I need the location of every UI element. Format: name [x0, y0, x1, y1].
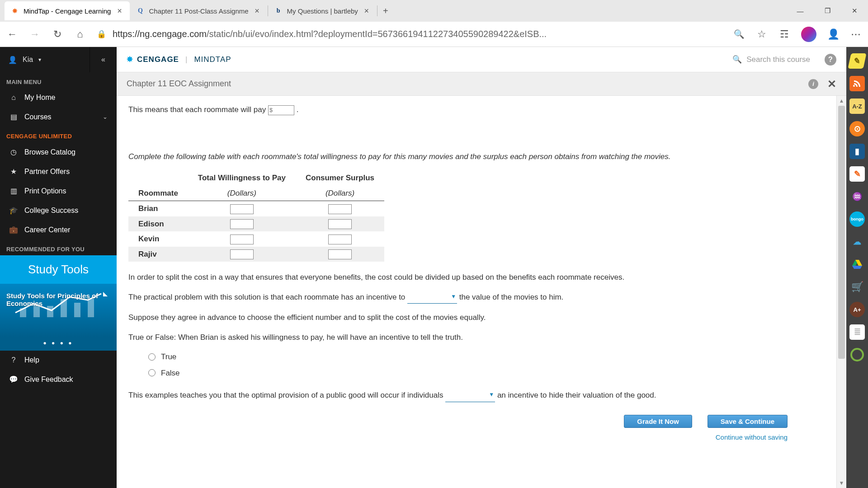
wtp-input-brian[interactable] [230, 204, 254, 214]
scroll-down-icon[interactable]: ▼ [837, 478, 846, 488]
pay-input[interactable] [268, 105, 294, 115]
aplus-icon[interactable]: A+ [849, 302, 865, 317]
section-recommended: RECOMMENDED FOR YOU [0, 239, 117, 255]
orange-circle-icon[interactable]: ⊙ [849, 121, 865, 136]
collapse-sidebar-button[interactable]: « [90, 47, 117, 72]
continue-without-saving-link[interactable]: Continue without saving [128, 432, 806, 443]
table-instructions: Complete the following table with each r… [128, 151, 806, 163]
forward-button[interactable]: → [29, 28, 41, 40]
glossary-icon[interactable]: A-Z [849, 99, 865, 114]
surplus-input-edison[interactable] [328, 219, 352, 229]
radio-true-row[interactable]: True [148, 351, 806, 363]
surplus-input-kevin[interactable] [328, 235, 352, 244]
svg-rect-2 [47, 306, 53, 317]
help-button[interactable]: ? [825, 54, 836, 66]
sidebar-item-feedback[interactable]: 💬 Give Feedback [0, 370, 117, 389]
wtp-input-kevin[interactable] [230, 235, 254, 244]
carousel-dots[interactable]: ● ● ● ● [0, 337, 117, 351]
sidebar-item-browse[interactable]: ◷ Browse Catalog [0, 142, 117, 162]
wtp-input-edison[interactable] [230, 219, 254, 229]
brand-bar: ✸ CENGAGE | MINDTAP 🔍 Search this course… [117, 47, 846, 72]
sidebar-item-home[interactable]: ⌂ My Home [0, 88, 117, 107]
sidebar-item-print[interactable]: ▥ Print Options [0, 181, 117, 201]
cart-icon[interactable]: 🛒 [849, 279, 865, 295]
profile-avatar[interactable] [801, 27, 816, 42]
text: This examples teaches you that the optim… [128, 391, 445, 399]
col-header-surplus: Consumer Surplus [296, 170, 384, 186]
surplus-input-rajiv[interactable] [328, 249, 352, 259]
close-icon[interactable]: × [363, 7, 371, 15]
text: an incentive to hide their valuation of … [497, 391, 656, 399]
radio-false[interactable] [148, 369, 156, 376]
minimize-button[interactable]: — [787, 2, 814, 20]
textbook-icon[interactable]: ▮ [849, 144, 865, 159]
account-icon[interactable]: 👤 [827, 28, 839, 40]
home-icon: ⌂ [9, 94, 18, 102]
notes-icon[interactable]: ✎ [849, 166, 865, 182]
maximize-button[interactable]: ❐ [814, 2, 841, 20]
tab-chapter11[interactable]: Q Chapter 11 Post-Class Assignme × [130, 1, 267, 20]
text: The practical problem with this solution… [128, 293, 407, 301]
info-button[interactable]: i [808, 79, 818, 89]
sidebar-item-help[interactable]: ? Help [0, 351, 117, 370]
user-menu[interactable]: 👤 Kia ▾ [0, 47, 90, 72]
notepad-icon[interactable]: ≣ [849, 324, 865, 340]
radio-true[interactable] [148, 353, 156, 361]
sidebar-item-partner[interactable]: ★ Partner Offers [0, 162, 117, 181]
sidebar-item-courses[interactable]: ▤ Courses ⌄ [0, 107, 117, 127]
radio-label: True [161, 351, 176, 363]
browser-chrome: ✸ MindTap - Cengage Learning × Q Chapter… [0, 0, 868, 47]
highlighter-icon[interactable]: ✎ [848, 53, 866, 69]
home-button[interactable]: ⌂ [74, 28, 86, 40]
radio-label: False [161, 367, 180, 379]
rss-icon[interactable] [849, 76, 865, 91]
table-row: Kevin [128, 231, 384, 247]
dropdown-incentive[interactable]: ▼ [407, 291, 457, 304]
scroll-up-icon[interactable]: ▲ [837, 96, 846, 106]
sidebar: 👤 Kia ▾ « MAIN MENU ⌂ My Home ▤ Courses … [0, 47, 117, 488]
sidebar-item-career[interactable]: 💼 Career Center [0, 220, 117, 239]
close-icon[interactable]: × [253, 7, 261, 15]
col-header-roommate: Roommate [128, 186, 188, 201]
radio-false-row[interactable]: False [148, 367, 806, 379]
zoom-search-icon[interactable]: 🔍 [733, 28, 745, 40]
vertical-scrollbar[interactable]: ▲ ▼ [836, 96, 846, 488]
search-course[interactable]: 🔍 Search this course [732, 55, 810, 64]
sidebar-item-label: Browse Catalog [24, 148, 75, 156]
new-tab-button[interactable]: + [377, 6, 394, 16]
close-window-button[interactable]: ✕ [841, 2, 868, 20]
close-icon[interactable]: × [115, 7, 123, 15]
dropdown-individuals[interactable]: ▼ [445, 389, 495, 402]
favorites-icon[interactable]: ☶ [778, 28, 790, 40]
assignment-body: This means that each roommate will pay .… [117, 96, 846, 488]
close-assignment-button[interactable]: ✕ [827, 78, 836, 90]
save-continue-button[interactable]: Save & Continue [708, 415, 788, 428]
bongo-icon[interactable]: bongo [849, 211, 865, 227]
wtp-input-rajiv[interactable] [230, 249, 254, 259]
action-row: Grade It Now Save & Continue [128, 415, 806, 428]
onedrive-icon[interactable]: ☁ [849, 234, 865, 249]
para-truefalse: True or False: When Brian is asked his w… [128, 332, 806, 343]
text: . [297, 105, 299, 114]
scroll-thumb[interactable] [838, 106, 845, 359]
svg-marker-9 [852, 266, 862, 269]
surplus-input-brian[interactable] [328, 204, 352, 214]
tab-mindtap[interactable]: ✸ MindTap - Cengage Learning × [5, 1, 130, 20]
url-field[interactable]: 🔒 https://ng.cengage.com/static/nb/ui/ev… [97, 29, 722, 39]
content-main: ✸ CENGAGE | MINDTAP 🔍 Search this course… [117, 47, 846, 488]
star-outline-icon[interactable]: ☆ [756, 28, 768, 40]
text: the value of the movies to him. [459, 293, 564, 301]
tab-bartleby[interactable]: b My Questions | bartleby × [268, 1, 377, 20]
audio-icon[interactable]: ♒ [849, 189, 865, 204]
back-button[interactable]: ← [6, 28, 18, 40]
grade-it-now-button[interactable]: Grade It Now [624, 415, 692, 428]
refresh-button[interactable]: ↻ [52, 28, 63, 40]
sidebar-item-college[interactable]: 🎓 College Success [0, 201, 117, 220]
pages-icon: ▥ [9, 187, 18, 195]
sidebar-item-label: Print Options [24, 187, 66, 195]
promo-card[interactable]: Study Tools Study Tools for Principles o… [0, 255, 117, 351]
green-ring-icon[interactable] [849, 347, 865, 362]
google-drive-icon[interactable] [849, 257, 865, 272]
q-icon: Q [136, 7, 144, 15]
more-menu-icon[interactable]: ⋯ [850, 28, 862, 40]
